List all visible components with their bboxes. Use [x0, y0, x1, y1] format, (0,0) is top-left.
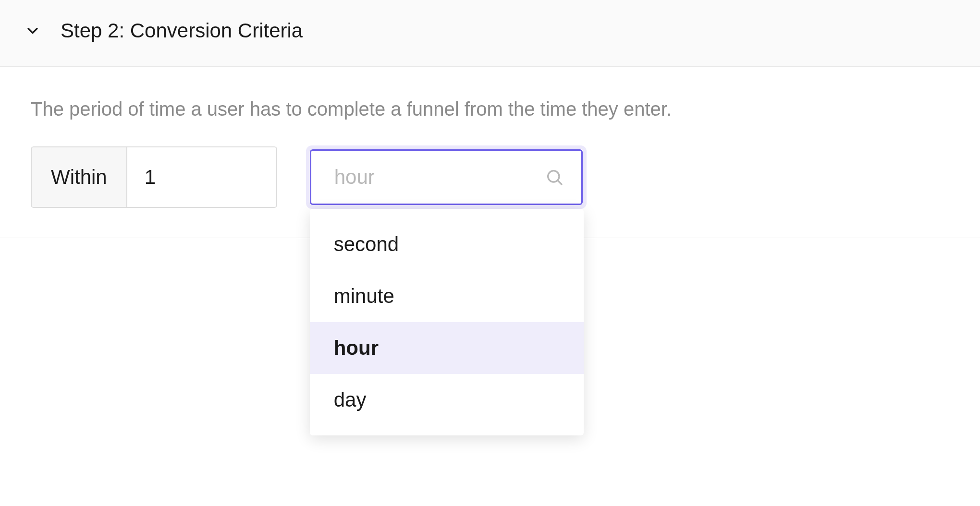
svg-line-1: [558, 181, 562, 184]
unit-select-placeholder: hour: [334, 166, 375, 189]
unit-select[interactable]: hour: [310, 149, 583, 205]
search-icon: [545, 168, 564, 187]
controls-row: Within hour second minute hour: [31, 145, 956, 209]
chevron-down-icon: [24, 22, 41, 39]
unit-option-day[interactable]: day: [310, 374, 584, 426]
step-body: The period of time a user has to complet…: [0, 67, 980, 238]
step-title: Step 2: Conversion Criteria: [61, 19, 303, 42]
unit-option-hour[interactable]: hour: [310, 322, 584, 374]
within-input-group: Within: [31, 146, 277, 208]
unit-dropdown: second minute hour day: [310, 209, 584, 435]
description-text: The period of time a user has to complet…: [31, 96, 956, 122]
quantity-input[interactable]: [127, 147, 276, 207]
unit-option-second[interactable]: second: [310, 218, 584, 270]
within-label: Within: [32, 147, 127, 207]
unit-select-wrapper: hour second minute hour day: [306, 145, 587, 209]
unit-option-minute[interactable]: minute: [310, 270, 584, 322]
step-header[interactable]: Step 2: Conversion Criteria: [0, 0, 980, 67]
